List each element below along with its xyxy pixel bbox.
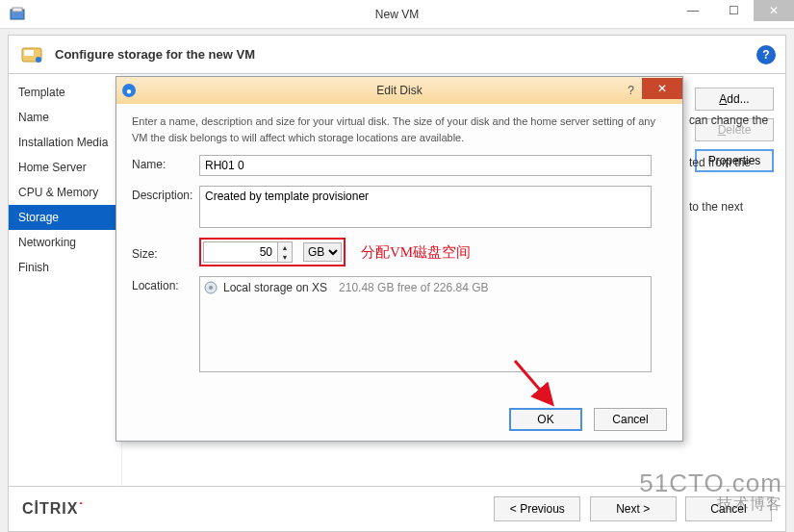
size-spinner[interactable]: ▲ ▼: [203, 241, 299, 263]
location-listbox[interactable]: Local storage on XS 210.48 GB free of 22…: [199, 276, 652, 372]
wizard-steps-sidebar: Template Name Installation Media Home Se…: [9, 74, 122, 486]
wizard-footer: CİTRIX˙ < Previous Next > Cancel: [8, 487, 786, 532]
size-input[interactable]: [203, 241, 278, 263]
svg-point-4: [36, 57, 41, 63]
dialog-titlebar: ● Edit Disk ? ✕: [116, 77, 682, 104]
storage-action-panel: Add... Delete Properties: [695, 74, 785, 486]
annotation-text: 分配VM磁盘空间: [361, 243, 471, 262]
description-label: Description:: [132, 186, 199, 202]
app-icon: [6, 3, 29, 26]
disk-icon: [204, 281, 218, 294]
citrix-logo: CİTRIX˙: [22, 500, 85, 518]
edit-disk-dialog: ● Edit Disk ? ✕ Enter a name, descriptio…: [115, 76, 683, 442]
sidebar-item-storage[interactable]: Storage: [9, 205, 121, 230]
location-label: Location:: [132, 276, 199, 292]
ok-button[interactable]: OK: [509, 408, 582, 431]
sidebar-item-finish[interactable]: Finish: [9, 255, 121, 280]
previous-button[interactable]: < Previous: [494, 496, 580, 521]
name-input[interactable]: [199, 155, 652, 176]
hint-fragment: ted from the: [689, 156, 751, 169]
hint-fragment: can change the: [689, 114, 768, 127]
sidebar-item-template[interactable]: Template: [9, 80, 121, 105]
size-highlight-box: ▲ ▼ GB: [199, 238, 346, 266]
next-button[interactable]: Next >: [590, 496, 677, 521]
location-free-space: 210.48 GB free of 226.84 GB: [339, 281, 488, 294]
size-label: Size:: [132, 244, 199, 261]
minimize-button[interactable]: —: [673, 0, 713, 21]
svg-rect-3: [24, 50, 34, 56]
add-button[interactable]: Add...: [695, 88, 774, 111]
spinner-up-icon[interactable]: ▲: [278, 242, 292, 252]
dialog-help-icon[interactable]: ?: [628, 84, 634, 97]
storage-icon: [18, 41, 45, 68]
name-label: Name:: [132, 155, 199, 171]
cancel-button[interactable]: Cancel: [685, 496, 772, 521]
sidebar-item-networking[interactable]: Networking: [9, 230, 121, 255]
dialog-cancel-button[interactable]: Cancel: [594, 408, 667, 431]
dialog-title: Edit Disk: [116, 84, 682, 97]
sidebar-item-cpu-memory[interactable]: CPU & Memory: [9, 180, 121, 205]
maximize-button[interactable]: ☐: [713, 0, 754, 21]
sidebar-item-name[interactable]: Name: [9, 105, 121, 130]
window-titlebar: New VM — ☐ ✕: [0, 0, 794, 29]
wizard-title: Configure storage for the new VM: [55, 47, 255, 62]
wizard-header: Configure storage for the new VM ?: [8, 35, 786, 73]
location-item[interactable]: Local storage on XS 210.48 GB free of 22…: [204, 281, 647, 294]
close-button[interactable]: ✕: [754, 0, 794, 21]
dialog-instructions: Enter a name, description and size for y…: [132, 114, 667, 145]
description-input[interactable]: Created by template provisioner: [199, 186, 652, 228]
svg-rect-1: [13, 8, 22, 12]
spinner-down-icon[interactable]: ▼: [278, 252, 292, 262]
dialog-close-button[interactable]: ✕: [642, 78, 682, 99]
sidebar-item-home-server[interactable]: Home Server: [9, 155, 121, 180]
size-unit-select[interactable]: GB: [303, 242, 342, 262]
dialog-icon: ●: [122, 84, 136, 97]
svg-point-6: [209, 286, 213, 290]
location-name: Local storage on XS: [223, 281, 327, 294]
sidebar-item-installation-media[interactable]: Installation Media: [9, 130, 121, 155]
help-icon[interactable]: ?: [756, 45, 776, 64]
hint-fragment: to the next: [689, 200, 743, 214]
